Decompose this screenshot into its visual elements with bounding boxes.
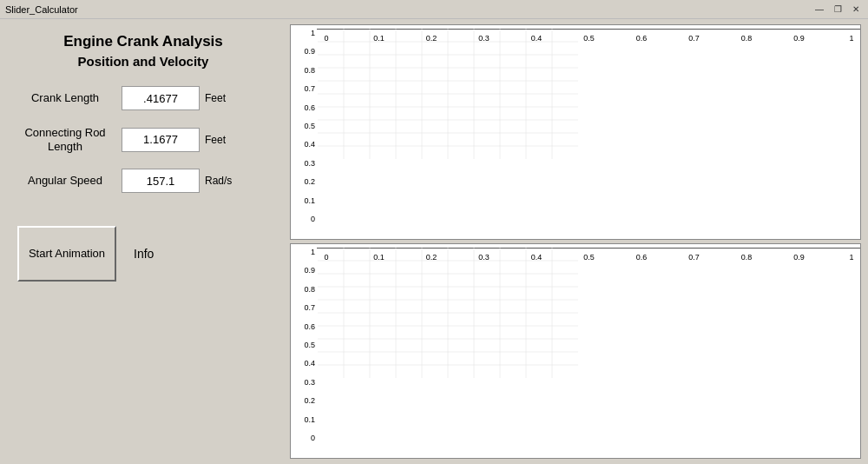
angular-speed-input[interactable] [122, 169, 200, 193]
y-axis-label: 0.9 [304, 266, 315, 275]
app-subtitle: Position and Velocity [17, 54, 269, 69]
y-axis-label: 0.1 [304, 196, 315, 205]
app-title: Engine Crank Analysis [17, 33, 269, 50]
x-axis-label: 0.9 [791, 34, 808, 43]
y-axis-label: 0.8 [304, 285, 315, 294]
connecting-rod-label: Connecting Rod Length [17, 126, 113, 153]
x-axis-label: 0.2 [423, 34, 440, 43]
x-axis-label: 0 [318, 34, 335, 43]
restore-button[interactable]: ❐ [831, 4, 845, 14]
x-axis-label: 0.1 [371, 34, 388, 43]
bottom-chart: 10.90.80.70.60.50.40.30.20.10 [290, 243, 861, 459]
titlebar-buttons: — ❐ ✕ [812, 4, 863, 14]
close-button[interactable]: ✕ [849, 4, 863, 14]
info-label: Info [134, 247, 154, 261]
x-axis-label: 0.3 [476, 34, 493, 43]
x-axis-label: 0.8 [738, 253, 755, 262]
minimize-button[interactable]: — [812, 4, 827, 14]
y-axis-label: 0.7 [304, 84, 315, 93]
angular-speed-unit: Rad/s [205, 175, 240, 187]
y-axis-label: 0.4 [304, 140, 315, 149]
bottom-chart-y-axis: 10.90.80.70.60.50.40.30.20.10 [291, 244, 317, 458]
y-axis-label: 0.2 [304, 177, 315, 186]
y-axis-label: 0.3 [304, 159, 315, 168]
y-axis-label: 0.5 [304, 341, 315, 349]
y-axis-label: 0.3 [304, 378, 315, 387]
x-axis-label: 0.1 [371, 253, 388, 262]
x-axis-label: 0 [318, 253, 335, 262]
left-panel: Engine Crank Analysis Position and Veloc… [0, 19, 286, 464]
y-axis-label: 0.6 [304, 103, 315, 112]
top-chart-area: 00.10.20.30.40.50.60.70.80.91 [317, 29, 860, 30]
connecting-rod-unit: Feet [205, 134, 240, 146]
x-axis-label: 0.4 [528, 253, 545, 262]
connecting-rod-input[interactable] [122, 128, 200, 152]
y-axis-label: 0.5 [304, 122, 315, 130]
x-axis-label: 0.9 [791, 253, 808, 262]
x-axis-label: 0.5 [581, 253, 598, 262]
right-panel: 10.90.80.70.60.50.40.30.20.10 [286, 19, 868, 464]
angular-speed-label: Angular Speed [17, 174, 113, 188]
x-axis-label: 0.7 [686, 253, 703, 262]
x-axis-label: 0.6 [633, 34, 650, 43]
titlebar: Slider_Calculator — ❐ ✕ [0, 0, 868, 19]
y-axis-label: 0.4 [304, 359, 315, 368]
y-axis-label: 0.7 [304, 303, 315, 312]
x-axis-label: 0.7 [686, 34, 703, 43]
x-axis-label: 0.3 [476, 253, 493, 262]
bottom-chart-grid [318, 248, 578, 378]
start-animation-button[interactable]: Start Animation [17, 226, 116, 282]
y-axis-label: 0.8 [304, 66, 315, 75]
crank-length-row: Crank Length Feet [17, 86, 269, 110]
connecting-rod-row: Connecting Rod Length Feet [17, 126, 269, 153]
x-axis-label: 1 [843, 253, 860, 262]
y-axis-label: 0.1 [304, 415, 315, 424]
crank-length-input[interactable] [122, 86, 200, 110]
button-info-row: Start Animation Info [17, 226, 269, 282]
x-axis-label: 0.5 [581, 34, 598, 43]
y-axis-label: 1 [311, 29, 315, 37]
y-axis-label: 0.2 [304, 396, 315, 405]
top-chart: 10.90.80.70.60.50.40.30.20.10 [290, 24, 861, 240]
top-chart-x-axis: 00.10.20.30.40.50.60.70.80.91 [318, 32, 860, 44]
y-axis-label: 0 [311, 215, 315, 223]
x-axis-label: 0.4 [528, 34, 545, 43]
angular-speed-row: Angular Speed Rad/s [17, 169, 269, 193]
y-axis-label: 1 [311, 248, 315, 256]
x-axis-label: 1 [843, 34, 860, 43]
top-chart-grid [318, 29, 578, 159]
y-axis-label: 0.9 [304, 47, 315, 56]
x-axis-label: 0.8 [738, 34, 755, 43]
x-axis-label: 0.2 [423, 253, 440, 262]
main-content: Engine Crank Analysis Position and Veloc… [0, 19, 868, 464]
y-axis-label: 0 [311, 434, 315, 442]
y-axis-label: 0.6 [304, 322, 315, 331]
bottom-chart-area: 00.10.20.30.40.50.60.70.80.91 [317, 248, 860, 249]
titlebar-title: Slider_Calculator [5, 4, 78, 15]
crank-length-label: Crank Length [17, 91, 113, 105]
x-axis-label: 0.6 [633, 253, 650, 262]
bottom-chart-x-axis: 00.10.20.30.40.50.60.70.80.91 [318, 251, 860, 263]
crank-length-unit: Feet [205, 92, 240, 104]
top-chart-y-axis: 10.90.80.70.60.50.40.30.20.10 [291, 25, 317, 239]
